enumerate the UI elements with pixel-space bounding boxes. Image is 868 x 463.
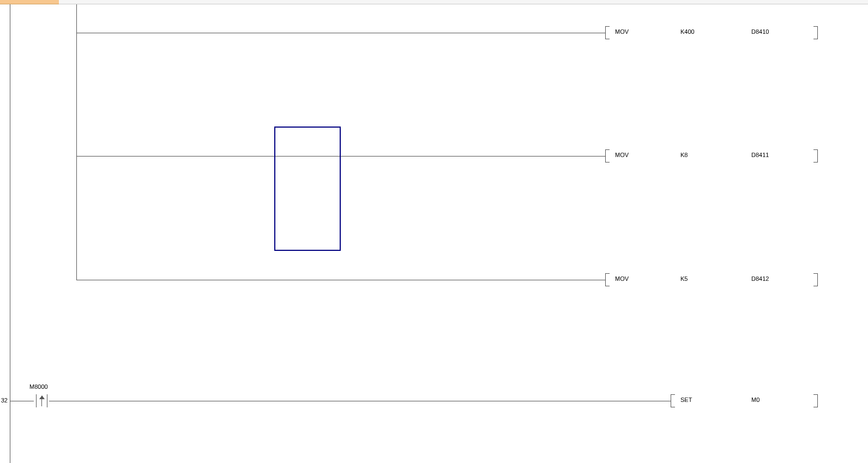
rung-wire[interactable] — [76, 280, 605, 280]
instruction-op[interactable]: MOV — [615, 275, 629, 282]
instruction-bracket-right — [813, 149, 818, 163]
rising-pulse-contact[interactable] — [34, 394, 50, 407]
instruction-op[interactable]: MOV — [615, 152, 629, 158]
selection-cursor[interactable] — [274, 127, 341, 251]
instruction-operand-1[interactable]: K400 — [680, 28, 695, 35]
instruction-operand-2[interactable]: D8412 — [751, 275, 769, 282]
rung-wire[interactable] — [10, 401, 34, 401]
ladder-left-rail — [10, 4, 10, 463]
instruction-bracket-right — [813, 26, 818, 39]
window-tab-bar-inactive — [59, 0, 868, 4]
rung-wire[interactable] — [76, 156, 605, 157]
rung-wire[interactable] — [76, 33, 605, 33]
instruction-bracket-left — [605, 273, 610, 286]
instruction-operand-2[interactable]: D8410 — [751, 28, 769, 35]
rung-wire[interactable] — [49, 401, 671, 401]
instruction-bracket-left — [605, 26, 610, 39]
instruction-operand-1[interactable]: M0 — [751, 396, 760, 403]
instruction-bracket-left — [671, 394, 675, 407]
instruction-bracket-left — [605, 149, 610, 163]
contact-label[interactable]: M8000 — [29, 383, 48, 390]
instruction-bracket-right — [813, 273, 818, 286]
instruction-op[interactable]: MOV — [615, 28, 629, 35]
ladder-diagram-canvas[interactable]: MOV K400 D8410 MOV K8 D8411 MOV K5 D8412… — [0, 4, 868, 463]
ladder-branch-rail — [76, 4, 77, 280]
instruction-bracket-right — [813, 394, 818, 407]
instruction-operand-1[interactable]: K5 — [680, 275, 688, 282]
instruction-op[interactable]: SET — [680, 396, 692, 403]
instruction-operand-2[interactable]: D8411 — [751, 152, 769, 158]
instruction-operand-1[interactable]: K8 — [680, 152, 688, 158]
step-number: 32 — [0, 397, 8, 404]
